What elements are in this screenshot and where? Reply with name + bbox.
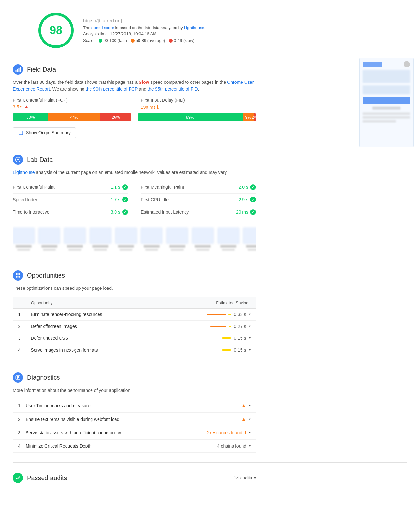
diag-chevron-4[interactable]: ▾ (249, 444, 251, 448)
opp-diag-divider (13, 366, 407, 366)
opp-chevron-2[interactable]: ▾ (249, 324, 251, 329)
thumb-label-2 (41, 245, 57, 248)
thumb-label-10 (246, 245, 256, 248)
opp-val-4: 0.15 s (234, 347, 246, 353)
ad-top-bar (363, 61, 410, 67)
lab-tti: Time to Interactive 3.0 s ✓ (13, 206, 128, 218)
lab-si-value: 1.7 s ✓ (111, 197, 128, 202)
diag-warning-icon-1: ▲ (241, 403, 246, 408)
opp-bar-2b (229, 326, 231, 327)
thumbnail-7 (166, 228, 188, 251)
slow-dot (169, 39, 173, 43)
opp-label-4[interactable]: Serve images in next-gen formats (26, 344, 164, 356)
fcp-label: First Contentful Paint (FCP) (13, 98, 128, 103)
lab-fci: First CPU Idle 2.9 s ✓ (141, 194, 256, 206)
thumb-label-5 (118, 245, 134, 248)
progress-bars: 30% 44% 26% 89% 9% 2% (13, 113, 256, 122)
ad-line-3 (363, 120, 396, 123)
fcp-progress-bar: 30% 44% 26% (13, 113, 131, 121)
lab-tti-label: Time to Interactive (13, 210, 50, 215)
opp-chevron-1[interactable]: ▾ (249, 312, 251, 317)
opp-label-3[interactable]: Defer unused CSS (26, 332, 164, 344)
passed-audits-header[interactable]: Passed audits 14 audits ▾ (13, 469, 256, 487)
opp-num-3: 3 (13, 332, 26, 344)
opp-num-header (13, 297, 26, 309)
fcp-bar-slow: 26% (100, 113, 131, 121)
scale-row: Scale: 90-100 (fast) 50-89 (average) 0-4… (83, 38, 407, 43)
opp-savings-4: 0.15 s ▾ (164, 344, 256, 356)
lab-data-section: Lab Data Lighthouse analysis of the curr… (13, 154, 256, 254)
thumb-sublabel-9 (222, 249, 235, 251)
opp-savings-2: 0.27 s ▾ (164, 321, 256, 332)
thumb-sublabel-3 (68, 249, 81, 251)
diag-num-4: 4 (18, 443, 26, 448)
diag-num-2: 2 (18, 417, 26, 422)
ad-close[interactable] (404, 61, 410, 67)
opp-label-1[interactable]: Eliminate render-blocking resources (26, 309, 164, 321)
lab-fmp-value: 2.0 s ✓ (239, 184, 256, 190)
fid-metric: First Input Delay (FID) 190 ms ℹ (141, 98, 256, 110)
diag-value-3: 2 resources found ℹ ▾ (206, 430, 251, 435)
diag-row-1[interactable]: 1 User Timing marks and measures ▲ ▾ (13, 399, 256, 413)
fid-percentile-link[interactable]: the 95th percentile of FID (147, 86, 198, 91)
fid-bar-slow: 2% (254, 113, 256, 121)
thumb-sublabel-1 (17, 249, 30, 251)
thumb-sublabel-4 (94, 249, 107, 251)
field-metrics-row: First Contentful Paint (FCP) 3.5 s ▲ Fir… (13, 98, 256, 110)
lab-data-title: Lab Data (27, 156, 53, 163)
opp-bar-2 (210, 326, 226, 327)
opp-savings-1: 0.33 s ▾ (164, 309, 256, 321)
thumb-label-4 (92, 245, 108, 248)
opp-chevron-3[interactable]: ▾ (249, 336, 251, 340)
ad-line-1 (363, 112, 410, 115)
show-origin-button[interactable]: Show Origin Summary (13, 127, 76, 138)
thumb-img-5 (115, 228, 137, 244)
lighthouse-link[interactable]: Lighthouse (184, 25, 204, 30)
ad-logo (363, 62, 382, 67)
diag-chevron-2[interactable]: ▾ (249, 417, 251, 422)
diag-row-4[interactable]: 4 Minimize Critical Requests Depth 4 cha… (13, 440, 256, 453)
fast-dot (99, 39, 102, 43)
speed-score-link[interactable]: speed score (91, 25, 114, 30)
opp-chevron-4[interactable]: ▾ (249, 348, 251, 352)
thumb-sublabel-5 (120, 249, 132, 251)
diag-row-3[interactable]: 3 Serve static assets with an efficient … (13, 426, 256, 440)
thumb-sublabel-2 (43, 249, 56, 251)
thumb-label-9 (220, 245, 236, 248)
passed-left: Passed audits (13, 473, 67, 483)
opportunities-title: Opportunities (27, 272, 65, 279)
chains-found-text: 4 chains found (217, 443, 246, 448)
field-lab-divider (13, 148, 407, 148)
opp-table-header: Opportunity Estimated Savings (13, 297, 256, 309)
lab-lighthouse-link[interactable]: Lighthouse (13, 170, 35, 175)
opp-row-3: 3 Defer unused CSS 0.15 s ▾ (13, 332, 256, 344)
diag-value-1: ▲ ▾ (241, 403, 251, 408)
opp-val-1: 0.33 s (234, 312, 246, 317)
diag-label-2: Ensure text remains visible during webfo… (26, 417, 241, 422)
thumbnail-3 (64, 228, 86, 251)
ad-button[interactable] (363, 97, 410, 104)
lab-metrics: First Contentful Paint 1.1 s ✓ Speed Ind… (13, 181, 256, 218)
fid-info-icon: ℹ (157, 104, 159, 110)
opp-savings-header: Estimated Savings (164, 297, 256, 309)
opportunities-desc: These optimizations can speed up your pa… (13, 285, 256, 292)
lab-data-desc: Lighthouse analysis of the current page … (13, 169, 256, 176)
field-data-desc: Over the last 30 days, the field data sh… (13, 79, 256, 92)
thumbnail-5 (115, 228, 137, 251)
ad-panel (359, 58, 414, 147)
diagnostics-desc: More information about the performance o… (13, 387, 256, 394)
diag-chevron-1[interactable]: ▾ (249, 403, 251, 408)
opp-row-4: 4 Serve images in next-gen formats 0.15 … (13, 344, 256, 356)
passed-audits-chevron[interactable]: ▾ (254, 476, 256, 480)
opp-bar-1 (207, 314, 226, 315)
fid-label: First Input Delay (FID) (141, 98, 256, 103)
lab-fci-value: 2.9 s ✓ (239, 197, 256, 202)
fcp-percentile-link[interactable]: the 90th percentile of FCP (86, 86, 138, 91)
thumbnail-4 (90, 228, 111, 251)
diag-row-2[interactable]: 2 Ensure text remains visible during web… (13, 413, 256, 426)
fcp-progress-group: 30% 44% 26% (13, 113, 131, 122)
svg-rect-4 (19, 131, 23, 135)
diag-chevron-3[interactable]: ▾ (249, 431, 251, 435)
opp-label-2[interactable]: Defer offscreen images (26, 321, 164, 332)
slow-label: Slow (139, 80, 149, 85)
